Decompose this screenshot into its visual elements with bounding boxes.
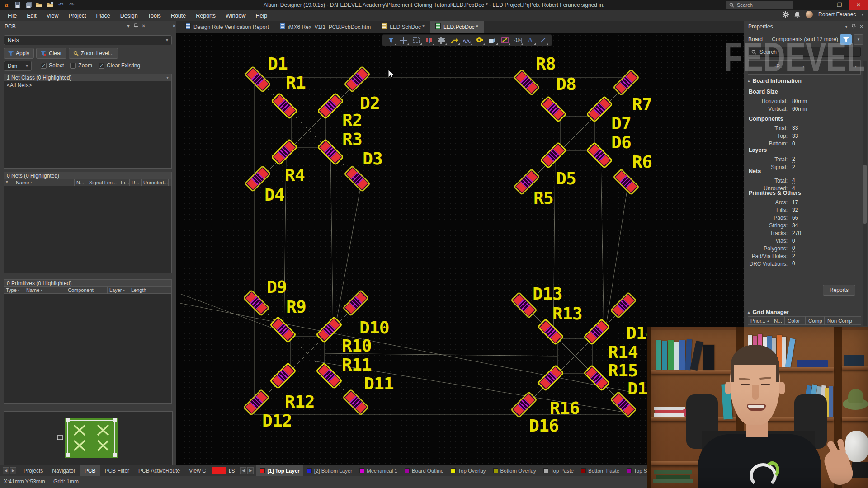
layer-tab-3[interactable]: Mechanical 1: [356, 465, 401, 476]
menu-project[interactable]: Project: [64, 11, 91, 21]
column-header[interactable]: Name▴: [14, 179, 75, 186]
pcb-panel-mode-select[interactable]: Nets▾: [4, 35, 172, 45]
doc-tab-3[interactable]: LED.SchDoc *: [376, 21, 430, 33]
nets-table[interactable]: *Name▴N...Signal Len...To...R...Unrouted…: [4, 179, 172, 273]
filter-tool-icon[interactable]: [385, 35, 397, 45]
panel-close-icon[interactable]: ✕: [860, 24, 863, 30]
layer-tab-2[interactable]: [2] Bottom Layer: [303, 465, 356, 476]
properties-scrollbar[interactable]: [863, 61, 867, 326]
reports-button[interactable]: Reports: [823, 285, 855, 296]
column-header[interactable]: Unrouted...: [142, 179, 169, 186]
user-name[interactable]: Robert Feranec: [818, 11, 856, 18]
bottom-tab-view-c[interactable]: View C: [184, 465, 211, 476]
user-dropdown-icon[interactable]: ▾: [861, 12, 863, 17]
layers-scroll-right[interactable]: ▶: [247, 467, 254, 474]
primitives-table[interactable]: Type▴Name▴ComponentLayer▴Length: [4, 287, 172, 404]
bottom-tab-projects[interactable]: Projects: [19, 465, 47, 476]
global-search[interactable]: Search: [726, 1, 793, 9]
bottom-tab-pcb-filter[interactable]: PCB Filter: [100, 465, 134, 476]
gear-icon[interactable]: [783, 11, 789, 18]
column-header[interactable]: Length: [129, 287, 160, 294]
save-icon[interactable]: [14, 1, 21, 9]
altium-logo-icon[interactable]: a: [3, 1, 10, 9]
panel-close-icon[interactable]: ✕: [142, 23, 146, 29]
bottom-tab-pcb-activeroute[interactable]: PCB ActiveRoute: [134, 465, 184, 476]
scope-dropdown-button[interactable]: ▾: [854, 34, 863, 45]
column-header[interactable]: Type▴: [4, 287, 24, 294]
stat-value[interactable]: 2: [792, 156, 795, 163]
net-class-list[interactable]: <All Nets>: [4, 81, 172, 169]
column-header[interactable]: N...: [75, 179, 87, 186]
stat-value[interactable]: 33: [792, 125, 798, 131]
doc-tab-2[interactable]: iMX6 Rex_V1I1_PCB.PcbDoc.htm: [274, 21, 376, 33]
layer-sets-label[interactable]: LS: [226, 468, 237, 474]
menu-reports[interactable]: Reports: [191, 11, 221, 21]
column-header[interactable]: *: [4, 179, 14, 186]
layer-tab-6[interactable]: Bottom Overlay: [490, 465, 540, 476]
current-layer-color[interactable]: [212, 467, 226, 474]
clear-button[interactable]: Clear: [36, 48, 66, 59]
menu-route[interactable]: Route: [166, 11, 191, 21]
dimension-tool-icon[interactable]: 10: [512, 35, 524, 45]
menu-view[interactable]: View: [42, 11, 64, 21]
doc-tab-1[interactable]: Design Rule Verification Report: [180, 21, 274, 33]
zoom-level-button[interactable]: Zoom Level...: [69, 48, 118, 59]
checkbox-clear-existing[interactable]: ✓Clear Existing: [99, 62, 140, 69]
tabs-scroll-left[interactable]: ◀: [3, 467, 9, 474]
bottom-tab-navigator[interactable]: Navigator: [47, 465, 80, 476]
properties-search[interactable]: Search: [748, 47, 861, 57]
menu-help[interactable]: Help: [250, 11, 272, 21]
component-tool-icon[interactable]: [436, 35, 448, 45]
layer-tab-7[interactable]: Top Paste: [540, 465, 577, 476]
panel-pin-icon[interactable]: [134, 23, 138, 29]
dim-select[interactable]: Dim▾: [4, 61, 32, 71]
panel-dropdown-icon[interactable]: ▾: [845, 24, 848, 30]
panel-pin-icon[interactable]: [852, 24, 856, 30]
tabs-scroll-right[interactable]: ▶: [10, 467, 16, 474]
pads-tool-icon[interactable]: [423, 35, 435, 45]
string-tool-icon[interactable]: A: [524, 35, 536, 45]
stat-value[interactable]: 4: [792, 177, 795, 184]
bottom-tab-pcb[interactable]: PCB: [80, 465, 100, 476]
stat-value[interactable]: 0: [792, 260, 795, 267]
tabbar-close-icon[interactable]: ✕: [172, 23, 176, 28]
scope-filter-label[interactable]: Components (and 12 more): [772, 36, 838, 42]
board-minimap[interactable]: [4, 411, 173, 465]
pad-via-tool-icon[interactable]: [474, 35, 486, 45]
panel-dropdown-icon[interactable]: ▾: [127, 23, 130, 29]
column-header[interactable]: R...: [130, 179, 142, 186]
open-all-icon[interactable]: [46, 1, 54, 9]
bell-icon[interactable]: [794, 11, 800, 18]
checkbox-zoom[interactable]: Zoom: [70, 62, 92, 69]
menu-file[interactable]: File: [3, 11, 22, 21]
maximize-button[interactable]: ❐: [830, 0, 849, 10]
net-class-item[interactable]: <All Nets>: [4, 81, 171, 89]
menu-design[interactable]: Design: [115, 11, 143, 21]
section-grid-manager[interactable]: ▴Grid Manager: [748, 309, 789, 315]
scope-filter-button[interactable]: [840, 34, 852, 45]
checkbox-select[interactable]: ✓Select: [41, 62, 64, 69]
line-tool-icon[interactable]: [537, 35, 549, 45]
net-class-header[interactable]: 1 Net Class (0 Highlighted) ▾: [4, 74, 172, 81]
layer-tab-5[interactable]: Top Overlay: [447, 465, 489, 476]
layers-scroll-left[interactable]: ◀: [240, 467, 246, 474]
grid-column-header[interactable]: Non Comp: [825, 316, 854, 325]
open-icon[interactable]: [35, 1, 43, 9]
layer-tab-1[interactable]: [1] Top Layer: [256, 465, 303, 476]
minimize-button[interactable]: –: [811, 0, 830, 10]
grid-column-header[interactable]: Prior...▴: [748, 316, 771, 325]
column-header[interactable]: To...: [118, 179, 130, 186]
menu-edit[interactable]: Edit: [22, 11, 42, 21]
grid-column-header[interactable]: N...: [771, 316, 785, 325]
stat-value[interactable]: 0: [792, 245, 795, 252]
menu-tools[interactable]: Tools: [143, 11, 166, 21]
grid-column-header[interactable]: Color: [785, 316, 806, 325]
room-tool-icon[interactable]: [499, 35, 511, 45]
grid-column-header[interactable]: Comp: [806, 316, 825, 325]
close-button[interactable]: ✕: [849, 0, 868, 10]
column-header[interactable]: Layer▴: [108, 287, 129, 294]
apply-button[interactable]: Apply: [4, 48, 34, 59]
select-area-tool-icon[interactable]: [410, 35, 422, 45]
column-header[interactable]: Component: [66, 287, 108, 294]
column-header[interactable]: Name▴: [24, 287, 66, 294]
